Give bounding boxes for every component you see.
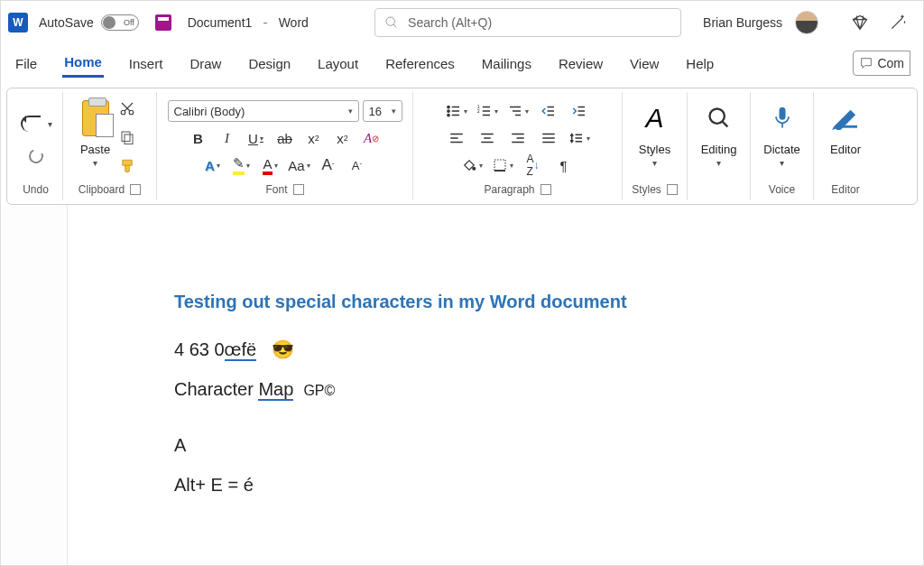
- multilevel-icon: [507, 103, 523, 119]
- subscript-button[interactable]: x2: [302, 127, 326, 149]
- show-marks-button[interactable]: ¶: [551, 154, 577, 176]
- undo-dropdown[interactable]: ▾: [48, 119, 52, 129]
- align-left-icon: [448, 130, 465, 146]
- tab-design[interactable]: Design: [246, 51, 292, 77]
- title-bar: W AutoSave Off Document1 - Word Search (…: [1, 1, 923, 44]
- dictate-button[interactable]: Dictate ▾: [763, 94, 799, 181]
- text-effects-button[interactable]: A: [201, 154, 225, 176]
- dictate-label: Dictate: [763, 143, 799, 156]
- font-color-button[interactable]: A: [259, 154, 282, 176]
- shading-button[interactable]: [459, 154, 485, 176]
- paste-button[interactable]: Paste ▾: [80, 94, 110, 181]
- line-spacing-button[interactable]: [567, 127, 592, 149]
- tab-mailings[interactable]: Mailings: [480, 51, 533, 77]
- user-avatar[interactable]: [795, 11, 818, 34]
- shrink-font-button[interactable]: Aˇ: [346, 154, 369, 176]
- font-launcher[interactable]: [293, 184, 304, 195]
- tab-home[interactable]: Home: [62, 49, 104, 78]
- tab-layout[interactable]: Layout: [316, 51, 360, 77]
- autosave-toggle[interactable]: Off: [101, 14, 139, 31]
- change-case-button[interactable]: Aa: [288, 154, 311, 176]
- bold-button[interactable]: B: [187, 127, 210, 149]
- left-margin: [1, 205, 68, 566]
- sort-button[interactable]: AZ↓: [521, 154, 546, 176]
- doc-line-4[interactable]: Alt+ E = é: [174, 473, 817, 496]
- comments-button[interactable]: Com: [853, 51, 910, 76]
- paste-label: Paste: [80, 143, 110, 156]
- bucket-icon: [461, 157, 477, 173]
- diamond-icon[interactable]: [851, 14, 869, 32]
- format-painter-button[interactable]: [116, 155, 139, 177]
- save-icon[interactable]: [155, 14, 171, 31]
- decrease-indent-button[interactable]: [536, 100, 561, 122]
- numbering-icon: 12: [476, 103, 493, 119]
- comment-icon: [859, 56, 873, 70]
- outdent-icon: [541, 103, 557, 119]
- align-center-icon: [479, 130, 495, 146]
- tab-draw[interactable]: Draw: [188, 51, 223, 77]
- microphone-icon: [772, 106, 792, 131]
- font-size-combo[interactable]: 16▾: [363, 100, 402, 122]
- font-name-value: Calibri (Body): [174, 105, 245, 118]
- svg-rect-52: [779, 107, 785, 120]
- doc-line-3[interactable]: A: [174, 433, 817, 457]
- editing-button[interactable]: Editing ▾: [701, 94, 737, 181]
- font-name-combo[interactable]: Calibri (Body)▾: [168, 100, 359, 122]
- svg-point-12: [447, 106, 448, 107]
- user-name[interactable]: Brian Burgess: [703, 15, 782, 30]
- clipboard-icon: [82, 100, 109, 136]
- paragraph-launcher[interactable]: [541, 184, 551, 195]
- search-placeholder: Search (Alt+Q): [408, 15, 492, 30]
- grow-font-button[interactable]: Aˆ: [317, 154, 340, 176]
- align-right-button[interactable]: [505, 127, 531, 149]
- editor-button[interactable]: Editor: [830, 94, 861, 181]
- cut-button[interactable]: [116, 97, 139, 119]
- increase-indent-button[interactable]: [567, 100, 592, 122]
- underline-button[interactable]: U: [245, 127, 268, 149]
- doc-heading[interactable]: Testing out special characters in my Wor…: [174, 292, 817, 312]
- clipboard-launcher[interactable]: [130, 184, 141, 195]
- brush-icon: [119, 158, 135, 174]
- highlight-button[interactable]: ✎: [230, 154, 254, 176]
- wand-icon[interactable]: [889, 14, 907, 32]
- document-title[interactable]: Document1: [188, 15, 253, 30]
- font-group-label: Font: [265, 183, 287, 196]
- styles-button[interactable]: A Styles ▾: [639, 94, 670, 181]
- svg-point-16: [447, 114, 448, 116]
- italic-button[interactable]: I: [216, 127, 239, 149]
- tab-file[interactable]: File: [14, 51, 39, 77]
- redo-button[interactable]: [24, 145, 48, 167]
- undo-group-label: Undo: [23, 181, 49, 199]
- tab-view[interactable]: View: [628, 51, 661, 77]
- redo-icon: [26, 147, 45, 166]
- clear-formatting-button[interactable]: A⊘: [360, 127, 383, 149]
- align-center-button[interactable]: [475, 127, 500, 149]
- superscript-button[interactable]: x2: [331, 127, 355, 149]
- justify-button[interactable]: [536, 127, 561, 149]
- tab-review[interactable]: Review: [557, 51, 605, 77]
- bullets-button[interactable]: [444, 100, 469, 122]
- editor-pen-icon: [832, 107, 859, 130]
- styles-launcher[interactable]: [667, 184, 678, 195]
- align-right-icon: [510, 130, 526, 146]
- svg-line-1: [393, 24, 396, 27]
- numbering-button[interactable]: 12: [475, 100, 500, 122]
- tab-references[interactable]: References: [383, 51, 457, 77]
- scissors-icon: [119, 100, 135, 116]
- document-area: Testing out special characters in my Wor…: [1, 205, 923, 566]
- tab-help[interactable]: Help: [684, 51, 716, 77]
- copy-button[interactable]: [116, 126, 139, 148]
- ribbon-tabs: File Home Insert Draw Design Layout Refe…: [1, 44, 923, 82]
- undo-button[interactable]: [19, 113, 42, 135]
- doc-line-2[interactable]: Character Map GP©: [174, 377, 817, 401]
- multilevel-list-button[interactable]: [505, 100, 531, 122]
- tab-insert[interactable]: Insert: [127, 51, 165, 77]
- title-separator: -: [263, 14, 267, 31]
- search-box[interactable]: Search (Alt+Q): [374, 8, 681, 37]
- borders-button[interactable]: [490, 154, 515, 176]
- doc-line-1[interactable]: 4 63 0œfë 😎: [174, 338, 817, 361]
- align-left-button[interactable]: [444, 127, 469, 149]
- indent-icon: [571, 103, 587, 119]
- document-page[interactable]: Testing out special characters in my Wor…: [68, 205, 923, 566]
- strikethrough-button[interactable]: ab: [273, 127, 297, 149]
